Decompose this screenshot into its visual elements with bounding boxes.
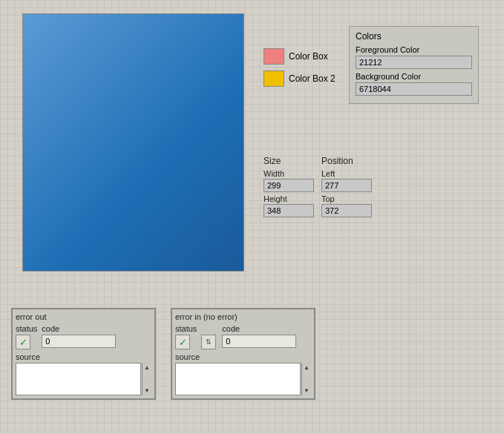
position-title: Position [321,156,372,166]
top-label: Top [321,194,372,203]
position-box: Position Left Top [321,156,372,220]
colors-panel: Colors Foreground Color Background Color [349,26,479,104]
foreground-color-input[interactable] [356,56,472,69]
error-out-code-col: code [42,324,116,348]
spacer [201,324,216,333]
error-in-source-container: ▲ ▼ [175,363,311,395]
error-out-code-input[interactable] [42,335,116,348]
color-box-2-item: Color Box 2 [264,70,336,87]
error-out-status-col: status ✓ [16,324,37,349]
foreground-color-row: Foreground Color [356,45,472,69]
error-out-row: status ✓ code [16,324,151,349]
error-in-row: status ✓ ⇅ code [175,324,311,349]
error-out-status-label: status [16,324,37,333]
foreground-color-label: Foreground Color [356,45,472,54]
error-in-check[interactable]: ✓ [175,335,190,349]
color-box-1-swatch [264,48,284,65]
width-input[interactable] [264,179,314,192]
size-pos-section: Size Width Height Position Left Top [264,156,372,220]
height-field: Height [264,194,314,217]
error-in-code-col: code [222,324,296,348]
width-field: Width [264,169,314,192]
error-in-title: error in (no error) [175,312,311,321]
main-canvas [22,13,244,272]
color-box-2-label: Color Box 2 [289,73,336,84]
color-box-2-swatch [264,70,284,87]
error-in-spinner[interactable]: ⇅ [201,335,216,349]
error-out-panel: error out status ✓ code source ▲ ▼ [11,308,156,400]
error-in-status-label: status [175,324,197,333]
error-in-source-area[interactable] [175,363,301,395]
top-input[interactable] [321,204,372,217]
height-input[interactable] [264,204,314,217]
background-color-input[interactable] [356,82,472,96]
colors-title: Colors [356,31,472,42]
background-color-label: Background Color [356,72,472,81]
error-out-check[interactable]: ✓ [16,335,30,349]
scroll-down-arrow: ▼ [144,387,150,394]
error-in-code-input[interactable] [222,335,296,348]
error-out-code-label: code [42,324,116,333]
error-out-source-area[interactable] [16,363,141,395]
height-label: Height [264,194,314,203]
error-in-panel: error in (no error) status ✓ ⇅ code sour… [171,308,315,400]
error-in-code-label: code [222,324,296,333]
scroll-in-down-arrow: ▼ [304,387,310,394]
error-out-source-container: ▲ ▼ [16,363,151,395]
left-label: Left [321,169,372,178]
error-in-status-col: status ✓ [175,324,197,349]
size-box: Size Width Height [264,156,314,220]
left-field: Left [321,169,372,192]
error-out-title: error out [16,312,151,321]
scroll-up-arrow: ▲ [144,364,150,371]
source-scrollbar[interactable]: ▲ ▼ [142,363,151,395]
left-input[interactable] [321,179,372,192]
color-box-1-label: Color Box [289,51,328,62]
width-label: Width [264,169,314,178]
scroll-in-up-arrow: ▲ [304,364,310,371]
size-title: Size [264,156,314,166]
error-in-spinner-col: ⇅ [201,324,216,349]
top-field: Top [321,194,372,217]
bottom-panels: error out status ✓ code source ▲ ▼ error… [11,308,315,400]
check-icon-in: ✓ [179,337,187,348]
error-in-source-label: source [175,352,311,361]
color-box-1-item: Color Box [264,48,336,65]
background-color-row: Background Color [356,72,472,96]
error-out-source-label: source [16,352,151,361]
check-icon: ✓ [19,337,27,348]
source-in-scrollbar[interactable]: ▲ ▼ [301,363,311,395]
